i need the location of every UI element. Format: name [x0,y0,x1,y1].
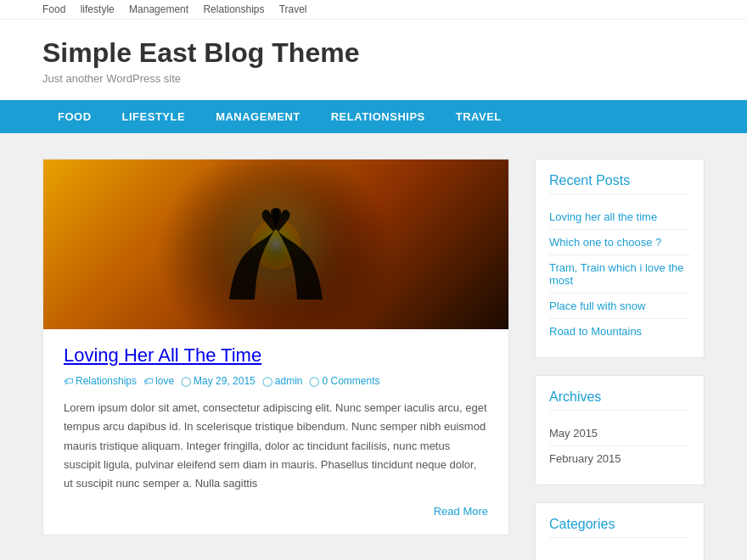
recent-post-item: Road to Mountains [549,319,690,344]
archives-list: May 2015 February 2015 [549,421,690,471]
top-nav-management[interactable]: Management [129,3,188,15]
recent-post-item: Tram, Train which i love the most [549,255,690,294]
recent-post-link-5[interactable]: Road to Mountains [549,325,642,338]
top-nav: Food lifestyle Management Relationships … [0,0,747,20]
post-category: 🏷 Relationships [64,375,137,387]
nav-lifestyle[interactable]: LIFESTYLE [107,100,201,133]
site-header: Simple East Blog Theme Just another Word… [0,20,747,100]
read-more-link[interactable]: Read More [434,505,488,518]
post-date: ◯ May 29, 2015 [181,375,256,387]
recent-posts-title: Recent Posts [549,173,690,194]
tag-link[interactable]: love [155,375,174,387]
post-featured-image [43,160,508,329]
nav-management[interactable]: MANAGEMENT [200,100,316,133]
recent-post-link-2[interactable]: Which one to choose ? [549,236,661,249]
post-body: Loving Her All The Time 🏷 Relationships … [43,329,508,534]
recent-post-item: Place full with snow [549,294,690,319]
post-card: Loving Her All The Time 🏷 Relationships … [42,159,509,535]
author-link[interactable]: admin [275,375,303,387]
categories-title: Categories [549,517,690,538]
recent-post-item: Which one to choose ? [549,230,690,255]
archives-title: Archives [549,389,690,411]
nav-relationships[interactable]: RELATIONSHIPS [316,100,441,133]
calendar-icon: ◯ [181,376,191,387]
post-meta: 🏷 Relationships 🏷 love ◯ May 29, 2015 ◯ … [64,375,488,387]
post-excerpt: Lorem ipsum dolor sit amet, consectetur … [64,399,488,492]
post-author: ◯ admin [262,375,303,387]
recent-posts-widget: Recent Posts Loving her all the time Whi… [535,159,705,358]
read-more: Read More [64,505,488,518]
nav-travel[interactable]: TRAVEL [441,100,517,133]
post-tag: 🏷 love [143,375,174,387]
archive-link-1[interactable]: May 2015 [549,427,598,440]
top-nav-travel[interactable]: Travel [279,3,307,15]
silhouette-overlay [43,160,508,329]
site-title: Simple East Blog Theme [42,36,705,69]
tag-icon: 🏷 [143,376,153,386]
sidebar: Recent Posts Loving her all the time Whi… [535,159,705,560]
top-nav-relationships[interactable]: Relationships [203,3,264,15]
categories-widget: Categories [535,502,705,560]
post-title[interactable]: Loving Her All The Time [64,344,488,367]
comment-icon: ◯ [309,376,319,387]
date-link[interactable]: May 29, 2015 [194,375,256,387]
recent-post-link-3[interactable]: Tram, Train which i love the most [549,261,683,287]
recent-posts-list: Loving her all the time Which one to cho… [549,204,690,344]
archives-widget: Archives May 2015 February 2015 [535,375,705,485]
bookmark-icon: 🏷 [64,376,73,386]
recent-post-link-1[interactable]: Loving her all the time [549,210,657,223]
top-nav-lifestyle[interactable]: lifestyle [81,3,115,15]
content-wrapper: Loving Her All The Time 🏷 Relationships … [0,133,747,560]
user-icon: ◯ [262,376,272,387]
category-link[interactable]: Relationships [76,375,137,387]
archive-link-2[interactable]: February 2015 [549,452,621,465]
comments-link[interactable]: 0 Comments [322,375,379,387]
main-content: Loving Her All The Time 🏷 Relationships … [42,159,509,560]
site-tagline: Just another WordPress site [42,72,705,85]
recent-post-link-4[interactable]: Place full with snow [549,300,645,312]
recent-post-item: Loving her all the time [549,204,690,230]
archive-item: May 2015 [549,421,690,446]
nav-food[interactable]: FOOD [42,100,107,133]
archive-item: February 2015 [549,446,690,471]
top-nav-food[interactable]: Food [42,3,65,15]
post-comments: ◯ 0 Comments [309,375,379,387]
main-nav: FOOD LIFESTYLE MANAGEMENT RELATIONSHIPS … [0,100,747,133]
